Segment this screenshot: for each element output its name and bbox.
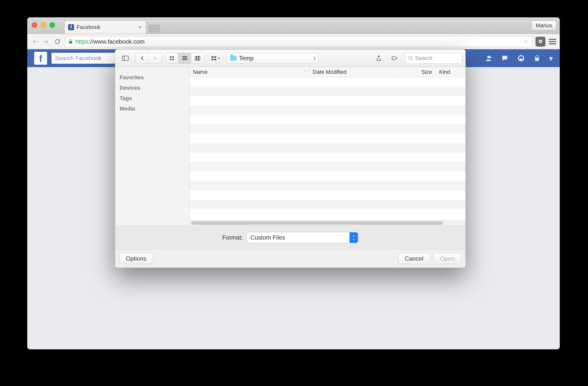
svg-rect-10 bbox=[197, 56, 198, 60]
folder-icon bbox=[230, 56, 237, 61]
sidebar-section[interactable]: Devices bbox=[120, 85, 185, 91]
facebook-logo-icon[interactable]: f bbox=[34, 52, 47, 65]
arrow-right-icon bbox=[43, 38, 49, 45]
forward-button[interactable] bbox=[42, 38, 50, 46]
profile-button[interactable]: Marius bbox=[532, 21, 556, 30]
url-scheme: https bbox=[76, 38, 88, 45]
svg-rect-8 bbox=[182, 59, 187, 60]
titlebar: f Facebook × Marius bbox=[27, 17, 560, 34]
facebook-search-placeholder: Search Facebook bbox=[55, 55, 102, 62]
svg-rect-2 bbox=[170, 56, 171, 58]
list-icon bbox=[182, 56, 187, 60]
column-header-name[interactable]: Name ˄ bbox=[189, 67, 309, 77]
column-header-date[interactable]: Date Modified bbox=[309, 67, 394, 77]
current-folder-name: Temp bbox=[239, 55, 254, 62]
browser-window: f Facebook × Marius https://www.fac bbox=[27, 17, 560, 349]
nav-back-forward bbox=[135, 53, 162, 64]
window-controls bbox=[32, 22, 55, 28]
svg-line-17 bbox=[411, 59, 413, 60]
dialog-back-button[interactable] bbox=[136, 53, 149, 63]
share-button[interactable] bbox=[373, 50, 385, 67]
sidebar-section[interactable]: Favorites bbox=[120, 74, 185, 81]
pocket-button[interactable] bbox=[535, 37, 545, 47]
column-header-kind[interactable]: Kind bbox=[436, 67, 465, 77]
menu-button[interactable] bbox=[549, 39, 556, 44]
open-button[interactable]: Open bbox=[433, 253, 461, 264]
folder-dropdown[interactable]: Temp ▴▾ bbox=[227, 53, 319, 64]
horizontal-scrollbar[interactable] bbox=[189, 220, 465, 225]
new-tab-button[interactable] bbox=[149, 25, 160, 32]
group-by-button[interactable]: ▾ bbox=[208, 50, 223, 67]
messages-icon[interactable] bbox=[501, 55, 508, 62]
tag-icon bbox=[392, 56, 398, 61]
url-host-path: ://www.facebook.com bbox=[88, 38, 145, 45]
privacy-shortcuts-icon[interactable] bbox=[534, 55, 540, 61]
view-columns-button[interactable] bbox=[191, 53, 204, 63]
stepper-icon: ▴▾ bbox=[314, 56, 315, 61]
svg-rect-15 bbox=[214, 59, 216, 60]
dialog-forward-button[interactable] bbox=[149, 53, 161, 63]
view-icons-button[interactable] bbox=[165, 53, 178, 63]
file-list-area: Name ˄ Date Modified Size Kind bbox=[189, 67, 465, 225]
sidebar-section[interactable]: Media bbox=[120, 106, 185, 112]
svg-rect-0 bbox=[122, 56, 128, 60]
lock-icon bbox=[68, 39, 73, 44]
arrow-left-icon bbox=[31, 38, 38, 45]
sidebar-section[interactable]: Tags bbox=[120, 95, 185, 102]
svg-rect-11 bbox=[199, 56, 200, 60]
dialog-toolbar: ▾ Temp ▴▾ bbox=[115, 50, 465, 67]
chevron-right-icon bbox=[153, 56, 157, 60]
svg-rect-4 bbox=[170, 59, 171, 60]
file-rows[interactable] bbox=[189, 77, 465, 220]
pocket-icon bbox=[537, 39, 543, 45]
svg-rect-13 bbox=[212, 59, 214, 60]
column-headers: Name ˄ Date Modified Size Kind bbox=[189, 67, 465, 77]
browser-toolbar: https://www.facebook.com ☆ bbox=[27, 34, 560, 49]
address-bar[interactable]: https://www.facebook.com ☆ bbox=[65, 36, 532, 47]
cancel-button[interactable]: Cancel bbox=[398, 253, 430, 264]
share-icon bbox=[376, 55, 381, 61]
svg-rect-7 bbox=[182, 58, 187, 58]
tab-title: Facebook bbox=[77, 24, 135, 30]
format-select[interactable]: Custom Files ▴▾ bbox=[247, 232, 358, 243]
group-icon bbox=[211, 56, 217, 60]
dialog-search-input[interactable]: Search bbox=[405, 53, 462, 64]
reload-icon bbox=[54, 38, 61, 45]
back-button[interactable] bbox=[31, 38, 39, 46]
view-mode-segment bbox=[165, 53, 204, 64]
svg-rect-6 bbox=[182, 56, 187, 57]
tab-close-button[interactable]: × bbox=[137, 24, 142, 30]
account-menu-caret-icon[interactable]: ▾ bbox=[549, 54, 553, 63]
dialog-search-placeholder: Search bbox=[415, 55, 432, 61]
minimize-window-button[interactable] bbox=[41, 22, 46, 28]
chevron-left-icon bbox=[140, 56, 144, 60]
friend-requests-icon[interactable] bbox=[485, 55, 492, 62]
sort-ascending-icon: ˄ bbox=[304, 70, 306, 74]
svg-rect-12 bbox=[212, 56, 214, 58]
search-icon bbox=[408, 56, 413, 61]
column-header-size[interactable]: Size bbox=[394, 67, 436, 77]
dialog-footer: Options Cancel Open bbox=[115, 249, 465, 268]
view-list-button[interactable] bbox=[178, 53, 191, 63]
format-label: Format: bbox=[222, 234, 243, 241]
close-window-button[interactable] bbox=[32, 22, 37, 28]
browser-tab[interactable]: f Facebook × bbox=[64, 20, 146, 34]
open-file-dialog: ▾ Temp ▴▾ bbox=[115, 49, 466, 268]
format-row: Format: Custom Files ▴▾ bbox=[115, 225, 465, 249]
notifications-icon[interactable] bbox=[517, 55, 525, 62]
bookmark-star-button[interactable]: ☆ bbox=[523, 38, 529, 45]
toggle-sidebar-button[interactable] bbox=[119, 50, 132, 67]
svg-rect-3 bbox=[172, 56, 174, 58]
options-button[interactable]: Options bbox=[119, 253, 153, 264]
reload-button[interactable] bbox=[53, 38, 61, 46]
facebook-favicon-icon: f bbox=[68, 24, 74, 30]
zoom-window-button[interactable] bbox=[50, 22, 55, 28]
columns-icon bbox=[195, 56, 200, 60]
svg-rect-14 bbox=[214, 56, 216, 58]
select-caret-icon: ▴▾ bbox=[349, 232, 358, 243]
chevron-down-icon: ▾ bbox=[218, 56, 220, 60]
svg-rect-9 bbox=[195, 56, 196, 60]
sidebar-icon bbox=[122, 56, 129, 61]
svg-point-16 bbox=[409, 56, 412, 59]
tags-button[interactable] bbox=[388, 50, 401, 67]
